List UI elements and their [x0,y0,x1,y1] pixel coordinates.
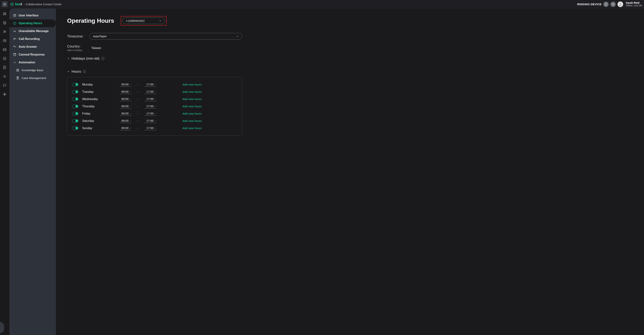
time-from-select[interactable]: 09:00 [120,90,131,94]
clock-icon [13,22,16,25]
day-enable-toggle[interactable] [72,98,78,101]
time-to-select[interactable]: 17:00 [144,90,156,94]
svg-point-3 [606,3,606,4]
time-from-select[interactable]: 09:00 [120,126,131,130]
add-hours-link[interactable]: Add new hours [182,105,202,108]
user-block: Sarah Reid Offline | 14d 19h [626,2,642,7]
day-enable-toggle[interactable] [72,119,78,122]
hours-row: Saturday 09:00 - 17:00 Add new hours [72,117,237,124]
country-value: Taiwan [91,46,101,50]
svg-rect-39 [14,54,16,54]
user-name: Sarah Reid [626,2,642,4]
rail-contacts-icon[interactable] [2,30,7,34]
sidebar-item-operating-hours[interactable]: Operating Hours [9,20,56,27]
sidebar-item-call-recording[interactable]: Call Recording [9,35,56,43]
reply-icon [13,45,16,48]
add-hours-link[interactable]: Add new hours [182,119,202,122]
sidebar-item-user-interface[interactable]: User Interface [9,12,56,20]
sidebar-item-label: Automation [19,61,35,64]
svg-point-29 [4,93,5,93]
svg-point-4 [606,3,607,4]
rail-reports-icon[interactable] [2,56,7,61]
hours-label: Hours [72,70,81,74]
svg-rect-17 [3,40,6,42]
rail-image-icon[interactable] [2,47,7,52]
info-icon[interactable]: i [83,70,86,73]
rail-integrations-icon[interactable] [2,92,7,96]
day-name: Wednesday [82,98,104,101]
sidebar-item-knowledge-base[interactable]: Knowledge Base [9,66,56,74]
timezone-label: Timezone: [67,34,86,38]
timezone-dropdown[interactable]: Asia/Taipei [90,33,242,40]
time-from-select[interactable]: 09:00 [120,104,131,108]
holidays-section-toggle[interactable]: Holidays (mm-dd) i [67,56,633,60]
time-to-select[interactable]: 17:00 [144,112,156,116]
svg-point-9 [606,5,606,5]
user-avatar[interactable] [618,2,623,7]
sidebar-item-label: User Interface [19,14,38,17]
hours-row: Tuesday 09:00 - 17:00 Add new hours [72,88,237,96]
time-to-select[interactable]: 17:00 [144,97,156,101]
sidebar-item-case-management[interactable]: Case Management [9,74,56,82]
dialpad-button[interactable] [604,2,608,7]
mic-button[interactable] [610,2,616,7]
time-to-select[interactable]: 17:00 [144,126,156,130]
sidebar-item-unavailable-message[interactable]: Unavailable Message [9,27,56,35]
rail-layers-icon[interactable] [2,20,7,25]
add-hours-link[interactable]: Add new hours [182,98,202,101]
brand-mark-icon [10,2,14,6]
time-from-select[interactable]: 09:00 [120,112,131,116]
hours-row: Wednesday 09:00 - 17:00 Add new hours [72,96,237,103]
add-hours-link[interactable]: Add new hours [182,112,202,115]
chevron-down-icon [67,70,70,73]
svg-point-6 [606,4,606,4]
day-name: Saturday [82,119,104,122]
database-icon [16,68,20,72]
hours-row: Friday 09:00 - 17:00 Add new hours [72,110,237,117]
header-actions: Sarah Reid Offline | 14d 19h [604,2,642,7]
day-name: Monday [82,83,104,86]
time-from-select[interactable]: 09:00 [120,97,131,101]
svg-point-1 [12,4,12,5]
add-hours-link[interactable]: Add new hours [182,126,202,130]
sidebar-item-automation[interactable]: Automation [9,58,56,66]
time-dash: - [135,83,141,86]
time-to-select[interactable]: 17:00 [144,82,156,87]
phone-highlight-box: +12065942922 [121,16,166,26]
day-name: Tuesday [82,90,104,94]
time-to-select[interactable]: 17:00 [144,104,156,108]
svg-rect-11 [613,3,614,4]
hours-box: Monday 09:00 - 17:00 Add new hours Tuesd… [67,77,242,136]
add-hours-link[interactable]: Add new hours [182,90,202,94]
time-dash: - [135,120,141,122]
rail-chat-icon[interactable] [2,83,7,88]
rail-corner-bubble [0,322,4,333]
rail-settings-icon[interactable] [2,74,7,79]
hours-section-toggle[interactable]: Hours i [67,70,633,74]
time-from-select[interactable]: 09:00 [120,119,131,123]
time-to-select[interactable]: 17:00 [144,119,156,123]
menu-toggle-button[interactable] [2,2,8,7]
rail-id-icon[interactable] [2,38,7,43]
sidebar-item-label: Canned Response [19,53,45,56]
svg-rect-13 [3,13,6,13]
add-hours-link[interactable]: Add new hours [182,83,202,86]
time-from-select[interactable]: 09:00 [120,82,131,87]
sidebar-item-canned-response[interactable]: Canned Response [9,51,56,58]
day-enable-toggle[interactable] [72,105,78,108]
day-enable-toggle[interactable] [72,112,78,115]
rail-edit-icon[interactable] [2,65,7,70]
chevron-down-icon [159,20,162,22]
sidebar-item-auto-answer[interactable]: Auto Answer [9,43,56,51]
info-icon[interactable]: i [101,57,104,60]
day-enable-toggle[interactable] [72,90,78,94]
day-enable-toggle[interactable] [72,83,78,86]
voicemail-icon [13,30,16,33]
svg-point-31 [3,94,4,95]
rail-queues-icon[interactable] [2,12,7,16]
svg-point-8 [605,5,606,5]
phone-number-dropdown[interactable]: +12065942922 [122,18,165,24]
svg-point-32 [6,94,6,95]
svg-point-16 [5,31,6,32]
day-enable-toggle[interactable] [72,126,78,130]
